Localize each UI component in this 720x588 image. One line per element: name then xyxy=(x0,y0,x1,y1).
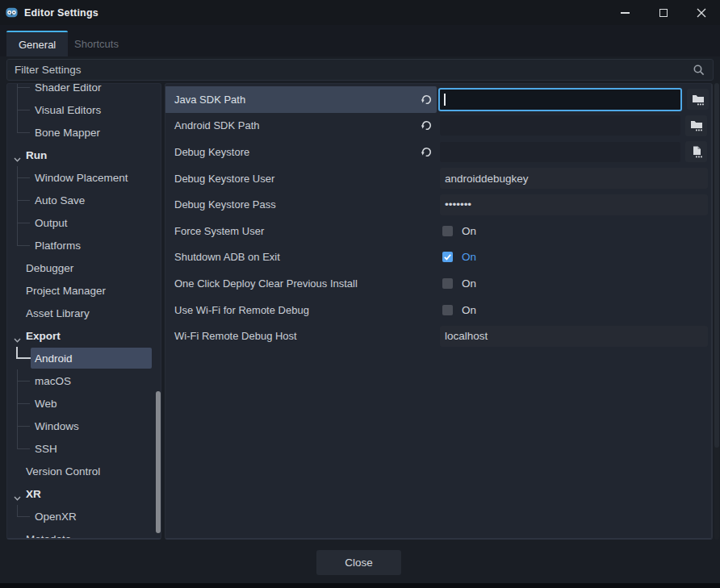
browse-file-button[interactable] xyxy=(685,141,707,162)
sidebar-item-macos[interactable]: macOS xyxy=(6,369,161,392)
java-sdk-path-input[interactable] xyxy=(438,88,682,111)
input-value: androiddebugkey xyxy=(445,173,529,185)
tab-general[interactable]: General xyxy=(6,31,68,56)
setting-label-cell: Java SDK Path xyxy=(165,86,437,113)
tree-scrollbar[interactable] xyxy=(156,391,161,533)
setting-value-cell: On xyxy=(437,297,711,323)
sidebar-item-run[interactable]: Run xyxy=(6,144,161,166)
sidebar-item-label: Debugger xyxy=(26,262,73,274)
tab-shortcuts[interactable]: Shortcuts xyxy=(65,31,128,56)
setting-label: Use Wi-Fi for Remote Debug xyxy=(174,304,309,316)
revert-icon-glyph xyxy=(421,119,433,131)
sidebar-item-auto-save[interactable]: Auto Save xyxy=(6,189,161,211)
checkbox-label: On xyxy=(462,304,476,316)
setting-label: Java SDK Path xyxy=(174,94,245,106)
setting-label: Debug Keystore xyxy=(174,146,249,158)
sidebar-item-xr[interactable]: XR xyxy=(6,482,161,505)
tree-line xyxy=(17,132,30,133)
sidebar-item-window-placement[interactable]: Window Placement xyxy=(6,166,161,189)
setting-value-cell xyxy=(437,139,711,165)
tree-line xyxy=(17,426,30,427)
close-button[interactable]: Close xyxy=(316,550,401,575)
sidebar-item-openxr[interactable]: OpenXR xyxy=(6,505,161,528)
browse-folder-button[interactable] xyxy=(685,115,707,136)
android-sdk-path-input[interactable] xyxy=(440,115,680,136)
setting-label-cell: Debug Keystore xyxy=(165,139,437,165)
force-system-user-checkbox[interactable] xyxy=(442,226,453,236)
setting-value-cell: On xyxy=(437,218,711,244)
setting-value-cell xyxy=(437,86,711,113)
sidebar-item-output[interactable]: Output xyxy=(6,211,161,234)
sidebar-item-asset-library[interactable]: Asset Library xyxy=(6,302,161,324)
sidebar-item-web[interactable]: Web xyxy=(6,392,161,415)
revert-button[interactable] xyxy=(421,94,433,106)
search-icon xyxy=(693,64,705,77)
revert-icon-glyph xyxy=(421,146,433,158)
setting-row-java-sdk-path: Java SDK Path xyxy=(165,86,711,113)
sidebar-item-export[interactable]: Export xyxy=(6,324,161,347)
sidebar-item-debugger[interactable]: Debugger xyxy=(6,256,161,279)
tab-shortcuts-label: Shortcuts xyxy=(74,38,119,50)
text-caret xyxy=(444,94,446,106)
chevron-down-icon xyxy=(14,491,21,503)
revert-icon-glyph xyxy=(421,94,433,106)
checkbox-label: On xyxy=(462,251,476,263)
tree-line xyxy=(17,83,18,98)
sidebar-item-platforms[interactable]: Platforms xyxy=(6,234,161,256)
one-click-deploy-clear-previous-install-checkbox[interactable] xyxy=(442,278,453,289)
sidebar-item-label: SSH xyxy=(35,443,57,455)
sidebar-item-project-manager[interactable]: Project Manager xyxy=(6,279,161,302)
setting-value-cell: localhost xyxy=(437,323,711,349)
sidebar-item-label: Metadata xyxy=(26,533,71,540)
window-bottom-edge xyxy=(0,583,720,588)
sidebar-item-windows[interactable]: Windows xyxy=(6,415,161,437)
browse-folder-button[interactable] xyxy=(687,89,709,110)
checkbox-label: On xyxy=(462,225,476,237)
sidebar-item-label: Platforms xyxy=(35,240,81,252)
sidebar-item-label: Project Manager xyxy=(26,285,106,297)
tree-line xyxy=(17,437,18,448)
setting-label-cell: Debug Keystore Pass xyxy=(165,191,437,218)
wi-fi-remote-debug-host-input[interactable]: localhost xyxy=(440,326,708,347)
chevron-down-icon xyxy=(14,152,21,165)
revert-button[interactable] xyxy=(421,119,433,131)
setting-row-android-sdk-path: Android SDK Path xyxy=(165,113,711,140)
minimize-button[interactable] xyxy=(606,0,644,25)
revert-button[interactable] xyxy=(421,146,433,158)
filter-settings-input[interactable]: Filter Settings xyxy=(6,59,714,81)
settings-inspector: Java SDK PathAndroid SDK PathDebug Keyst… xyxy=(165,83,713,540)
use-wi-fi-for-remote-debug-checkbox[interactable] xyxy=(442,305,453,315)
setting-label-cell: Force System User xyxy=(165,218,437,244)
setting-label: Android SDK Path xyxy=(174,119,260,131)
inspector-scrollbar[interactable] xyxy=(714,83,719,448)
tree-line xyxy=(17,403,30,404)
tree-line xyxy=(17,234,18,245)
close-window-button[interactable] xyxy=(682,0,720,25)
sidebar-item-label: OpenXR xyxy=(35,511,77,523)
sidebar-item-metadata[interactable]: Metadata xyxy=(6,528,161,540)
tree-line xyxy=(16,357,31,359)
sidebar-item-label: Bone Mapper xyxy=(35,127,100,139)
tabstrip: General Shortcuts xyxy=(0,25,720,56)
setting-value-cell: On xyxy=(437,270,711,297)
sidebar-item-shader-editor[interactable]: Shader Editor xyxy=(6,83,161,98)
sidebar-item-label: Android xyxy=(35,352,73,365)
maximize-button[interactable] xyxy=(644,0,682,25)
sidebar-item-label: Windows xyxy=(35,420,79,432)
tab-general-label: General xyxy=(19,39,56,51)
sidebar-item-visual-editors[interactable]: Visual Editors xyxy=(6,98,161,121)
sidebar-item-bone-mapper[interactable]: Bone Mapper xyxy=(6,121,161,144)
sidebar-item-label: Shader Editor xyxy=(35,83,102,94)
sidebar-item-version-control[interactable]: Version Control xyxy=(6,460,161,482)
debug-keystore-input[interactable] xyxy=(440,142,680,162)
sidebar-item-label: Export xyxy=(26,330,61,342)
sidebar-item-android[interactable]: Android xyxy=(6,347,161,369)
debug-keystore-user-input[interactable]: androiddebugkey xyxy=(440,168,708,189)
setting-row-use-wi-fi-for-remote-debug: Use Wi-Fi for Remote DebugOn xyxy=(165,297,711,323)
setting-value-cell xyxy=(437,113,711,140)
sidebar-item-label: XR xyxy=(26,488,41,500)
shutdown-adb-on-exit-checkbox[interactable] xyxy=(442,252,453,262)
tree-line xyxy=(17,223,30,223)
sidebar-item-ssh[interactable]: SSH xyxy=(6,437,161,460)
debug-keystore-pass-input[interactable]: ••••••• xyxy=(440,194,708,215)
